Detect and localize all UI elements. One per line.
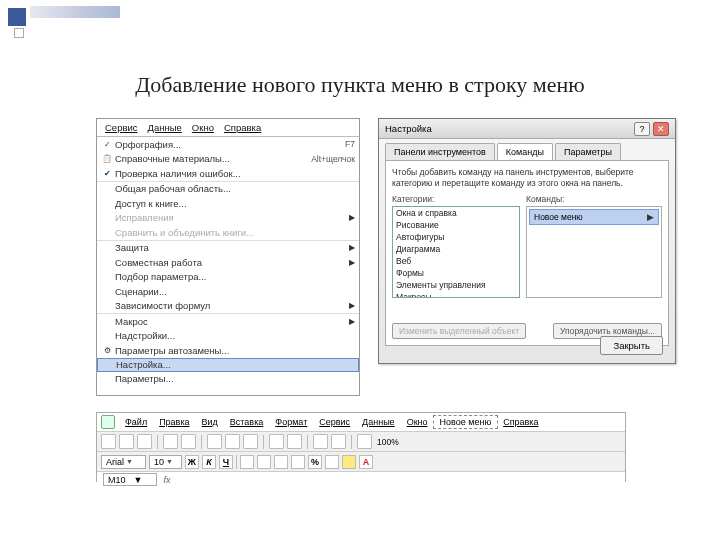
save-icon[interactable] [137, 434, 152, 449]
font-size-selector[interactable]: 10▼ [149, 455, 182, 469]
categories-label: Категории: [392, 194, 520, 204]
submenu-arrow-icon: ▶ [349, 317, 355, 326]
borders-icon[interactable] [325, 455, 339, 469]
fx-icon[interactable]: fx [163, 475, 170, 485]
menubar-item[interactable]: Вид [196, 416, 224, 428]
menu-item-label: Зависимости формул [115, 300, 349, 311]
menubar-item[interactable]: Данные [144, 121, 186, 134]
font-color-icon[interactable]: A [359, 455, 373, 469]
bold-button[interactable]: Ж [185, 455, 199, 469]
tools-menu-screenshot: СервисДанныеОкноСправка ✓Орфография...F7… [96, 118, 360, 396]
undo-icon[interactable] [269, 434, 284, 449]
cut-icon[interactable] [207, 434, 222, 449]
menu-item[interactable]: ✓Орфография...F7 [97, 137, 359, 152]
sort-desc-icon[interactable] [331, 434, 346, 449]
menu-item[interactable]: ⚙Параметры автозамены... [97, 343, 359, 358]
category-item[interactable]: Веб [393, 255, 519, 267]
menubar-item[interactable]: Окно [401, 416, 434, 428]
name-box[interactable]: M10▼ [103, 473, 157, 486]
menu-item-icon [99, 300, 115, 312]
app-menubar: ФайлПравкаВидВставкаФорматСервисДанныеОк… [97, 413, 625, 432]
menu-item-label: Совместная работа [115, 257, 349, 268]
menu-item-shortcut: F7 [339, 139, 355, 149]
close-icon[interactable]: ✕ [653, 122, 669, 136]
category-item[interactable]: Окна и справка [393, 207, 519, 219]
submenu-arrow-icon: ▶ [349, 213, 355, 222]
menu-item[interactable]: Подбор параметра... [97, 270, 359, 285]
font-selector[interactable]: Arial▼ [101, 455, 146, 469]
menubar-item[interactable]: Файл [119, 416, 153, 428]
zoom-value[interactable]: 100% [375, 437, 401, 447]
category-item[interactable]: Автофигуры [393, 231, 519, 243]
menubar-item[interactable]: Формат [269, 416, 313, 428]
menu-item[interactable]: Сценарии... [97, 284, 359, 299]
menu-item-icon [99, 330, 115, 342]
align-right-icon[interactable] [274, 455, 288, 469]
dialog-tab[interactable]: Команды [497, 143, 553, 160]
menu-item[interactable]: Зависимости формул▶ [97, 299, 359, 314]
underline-button[interactable]: Ч [219, 455, 233, 469]
submenu-arrow-icon: ▶ [349, 301, 355, 310]
new-icon[interactable] [101, 434, 116, 449]
category-item[interactable]: Формы [393, 267, 519, 279]
menu-item[interactable]: Параметры... [97, 372, 359, 387]
menu-item[interactable]: Макрос▶ [97, 314, 359, 329]
menu-item[interactable]: ✔Проверка наличия ошибок... [97, 166, 359, 181]
sort-asc-icon[interactable] [313, 434, 328, 449]
help-icon[interactable]: ? [634, 122, 650, 136]
menu-item[interactable]: Доступ к книге... [97, 196, 359, 211]
align-left-icon[interactable] [240, 455, 254, 469]
menu-item[interactable]: Сравнить и объединить книги... [97, 225, 359, 240]
menu-item-shortcut: Alt+щелчок [305, 154, 355, 164]
menu-item[interactable]: Исправления▶ [97, 211, 359, 226]
command-item[interactable]: Новое меню ▶ [529, 209, 659, 225]
fill-color-icon[interactable] [342, 455, 356, 469]
chart-icon[interactable] [357, 434, 372, 449]
preview-icon[interactable] [181, 434, 196, 449]
italic-button[interactable]: К [202, 455, 216, 469]
menubar-item[interactable]: Окно [188, 121, 218, 134]
category-item[interactable]: Макросы [393, 291, 519, 298]
submenu-arrow-icon: ▶ [349, 258, 355, 267]
dialog-tab[interactable]: Параметры [555, 143, 621, 160]
menubar-item[interactable]: Сервис [101, 121, 142, 134]
new-menu-item[interactable]: Новое меню [434, 416, 498, 428]
modify-selection-button[interactable]: Изменить выделенный объект [392, 323, 526, 339]
menu-item-label: Параметры... [115, 373, 355, 384]
dialog-tab[interactable]: Панели инструментов [385, 143, 495, 160]
category-item[interactable]: Диаграмма [393, 243, 519, 255]
menu-item-icon: ⚙ [99, 344, 115, 356]
menu-item[interactable]: Надстройки... [97, 329, 359, 344]
menu-item-icon [99, 242, 115, 254]
formatting-toolbar: Arial▼ 10▼ Ж К Ч % A [97, 452, 625, 472]
menu-item[interactable]: Общая рабочая область... [97, 182, 359, 197]
currency-icon[interactable] [291, 455, 305, 469]
commands-list[interactable]: Новое меню ▶ [526, 206, 662, 298]
menubar-item[interactable]: Правка [153, 416, 195, 428]
menubar-item[interactable]: Данные [356, 416, 401, 428]
menu-item[interactable]: 📋Справочные материалы...Alt+щелчок [97, 152, 359, 167]
submenu-arrow-icon: ▶ [647, 212, 654, 222]
category-item[interactable]: Элементы управления [393, 279, 519, 291]
menu-item[interactable]: Настройка... [97, 358, 359, 372]
categories-list[interactable]: Окна и справкаРисованиеАвтофигурыДиаграм… [392, 206, 520, 298]
menu-item[interactable]: Защита▶ [97, 241, 359, 256]
redo-icon[interactable] [287, 434, 302, 449]
print-icon[interactable] [163, 434, 178, 449]
menu-item[interactable]: Совместная работа▶ [97, 255, 359, 270]
close-button[interactable]: Закрыть [600, 336, 663, 355]
copy-icon[interactable] [225, 434, 240, 449]
menu-item-label: Параметры автозамены... [115, 345, 355, 356]
menubar-item[interactable]: Справка [220, 121, 265, 134]
menubar-item[interactable]: Вставка [224, 416, 269, 428]
paste-icon[interactable] [243, 434, 258, 449]
menu-item-label: Общая рабочая область... [115, 183, 355, 194]
category-item[interactable]: Рисование [393, 219, 519, 231]
dialog-tabs: Панели инструментовКомандыПараметры [379, 139, 675, 160]
percent-icon[interactable]: % [308, 455, 322, 469]
menubar-item[interactable]: Справка [497, 416, 544, 428]
align-center-icon[interactable] [257, 455, 271, 469]
open-icon[interactable] [119, 434, 134, 449]
menubar-item[interactable]: Сервис [313, 416, 356, 428]
submenu-arrow-icon: ▶ [349, 243, 355, 252]
